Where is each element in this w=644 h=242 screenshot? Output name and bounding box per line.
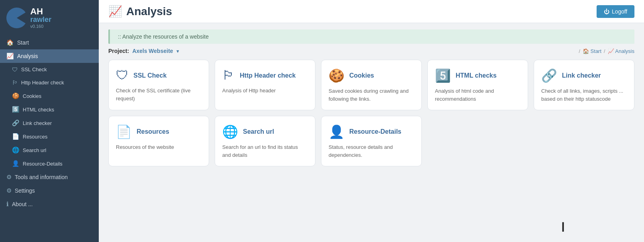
card-header-search-url: 🌐 Search url [222,124,308,139]
nav-icon-resource-details: 👤 [12,160,20,167]
breadcrumb-analysis[interactable]: 📈 Analysis [608,48,634,54]
logoff-button[interactable]: ⏻ Logoff [597,5,634,18]
nav-label-resource-details: Resource-Details [23,161,63,167]
card-icon-resources: 📄 [116,124,132,139]
sidebar-item-about[interactable]: ℹAbout ... [0,197,99,211]
cards-area: 🛡 SSL Check Check of the SSL certificate… [99,60,644,176]
card-title-cookies: Cookies [349,72,374,79]
card-header-http-header-check: 🏳 Http Header check [222,68,308,83]
nav-label-settings: Settings [15,187,35,194]
nav-label-about: About ... [12,201,33,207]
card-header-ssl-check: 🛡 SSL Check [116,68,202,83]
sidebar-item-http-header-check[interactable]: 🏳Http Header check [0,76,99,89]
nav-icon-http-header-check: 🏳 [12,79,18,86]
nav-icon-settings: ⚙ [6,187,12,194]
sidebar-item-settings[interactable]: ⚙Settings [0,184,99,197]
card-html-checks[interactable]: 5️⃣ HTML checks Analysis of html code an… [427,60,528,110]
card-title-search-url: Search url [243,128,274,135]
card-icon-search-url: 🌐 [222,124,238,139]
card-icon-resource-details: 👤 [329,124,345,139]
project-selector: Project: Axels Webseite ▾ [108,48,179,54]
card-title-html-checks: HTML checks [456,72,497,79]
breadcrumb-sep-1: / [604,48,605,54]
card-title-ssl-check: SSL Check [133,72,166,79]
cards-row-1: 🛡 SSL Check Check of the SSL certificate… [108,60,634,110]
card-search-url[interactable]: 🌐 Search url Search for an url to find i… [215,116,315,166]
logo-version: v0.160 [30,24,51,29]
card-desc-link-checker: Check of all links, images, scripts ... … [541,87,627,103]
card-icon-html-checks: 5️⃣ [435,68,451,83]
sidebar-item-html-checks[interactable]: 5️⃣HTML checks [0,103,99,116]
sidebar-logo: AH rawler v0.160 [0,0,99,33]
nav-label-html-checks: HTML checks [23,107,54,113]
sidebar-navigation: 🏠Start📈Analysis🛡SSL Check🏳Http Header ch… [0,33,99,242]
card-cookies[interactable]: 🍪 Cookies Saved cookies during crawling … [321,60,422,110]
nav-label-cookies: Cookies [23,93,41,99]
nav-icon-ssl-check: 🛡 [12,66,18,73]
page-title-text: Analysis [126,5,172,18]
breadcrumb-start[interactable]: 🏠 Start [583,48,601,54]
card-header-html-checks: 5️⃣ HTML checks [435,68,521,83]
card-ssl-check[interactable]: 🛡 SSL Check Check of the SSL certificate… [108,60,209,110]
card-icon-link-checker: 🔗 [541,68,557,83]
sidebar-item-analysis[interactable]: 📈Analysis [0,49,99,63]
card-title-http-header-check: Http Header check [240,72,296,79]
card-title-link-checker: Link checker [562,72,601,79]
sidebar-item-start[interactable]: 🏠Start [0,36,99,49]
analysis-icon: 📈 [108,5,122,18]
card-header-cookies: 🍪 Cookies [329,68,414,83]
card-desc-ssl-check: Check of the SSL certificate (live reque… [116,87,202,102]
card-title-resource-details: Resource-Details [349,128,401,135]
card-link-checker[interactable]: 🔗 Link checker Check of all links, image… [534,60,634,110]
sidebar-item-search-url[interactable]: 🌐Search url [0,143,99,157]
breadcrumb: / 🏠 Start / 📈 Analysis [579,48,634,54]
topbar: 📈 Analysis ⏻ Logoff [99,0,644,23]
logo-icon [6,8,27,28]
nav-icon-cookies: 🍪 [12,92,20,100]
nav-icon-html-checks: 5️⃣ [12,106,20,113]
logo-text: AH rawler v0.160 [30,7,51,29]
page-title: 📈 Analysis [108,5,172,18]
card-desc-http-header-check: Analysis of Http header [222,87,308,95]
nav-icon-link-checker: 🔗 [12,119,20,127]
nav-label-start: Start [17,39,29,46]
sidebar-item-ssl-check[interactable]: 🛡SSL Check [0,63,99,76]
logo-ah: AH [30,7,51,16]
nav-label-http-header-check: Http Header check [21,80,64,86]
card-http-header-check[interactable]: 🏳 Http Header check Analysis of Http hea… [215,60,315,110]
subtitle-text: :: Analyze the resources of a website [118,33,209,40]
sidebar-item-resources[interactable]: 📄Resources [0,130,99,143]
project-dropdown-button[interactable]: ▾ [176,48,179,54]
card-icon-cookies: 🍪 [329,68,345,83]
card-icon-ssl-check: 🛡 [116,68,129,83]
card-desc-cookies: Saved cookies during crawling and follow… [329,87,414,103]
card-header-link-checker: 🔗 Link checker [541,68,627,83]
nav-label-resources: Resources [23,134,47,140]
card-header-resource-details: 👤 Resource-Details [329,124,414,139]
logoff-label: Logoff [612,8,627,15]
breadcrumb-sep-0: / [579,48,580,54]
card-title-resources: Resources [137,128,169,135]
logo-rawler: rawler [30,16,51,23]
nav-label-analysis: Analysis [17,53,38,59]
nav-label-search-url: Search url [23,147,46,153]
card-desc-resource-details: Status, resource details and dependencie… [329,143,414,159]
card-header-resources: 📄 Resources [116,124,202,139]
sidebar-item-cookies[interactable]: 🍪Cookies [0,89,99,103]
card-resource-details[interactable]: 👤 Resource-Details Status, resource deta… [321,116,422,166]
nav-icon-tools: ⚙ [6,174,12,181]
sidebar-item-tools[interactable]: ⚙Tools and information [0,170,99,184]
project-name: Axels Webseite [132,48,173,54]
subtitle-bar: :: Analyze the resources of a website [108,29,634,44]
power-icon: ⏻ [604,8,609,15]
sidebar-item-link-checker[interactable]: 🔗Link checker [0,116,99,130]
sidebar-item-resource-details[interactable]: 👤Resource-Details [0,157,99,170]
nav-label-ssl-check: SSL Check [21,66,47,72]
card-resources[interactable]: 📄 Resources Resources of the website [108,116,209,166]
nav-icon-start: 🏠 [6,39,14,46]
nav-icon-resources: 📄 [12,133,20,140]
nav-icon-analysis: 📈 [6,53,14,60]
card-desc-search-url: Search for an url to find its status and… [222,143,308,159]
project-label: Project: [108,48,129,54]
main-content: 📈 Analysis ⏻ Logoff :: Analyze the resou… [99,0,644,242]
